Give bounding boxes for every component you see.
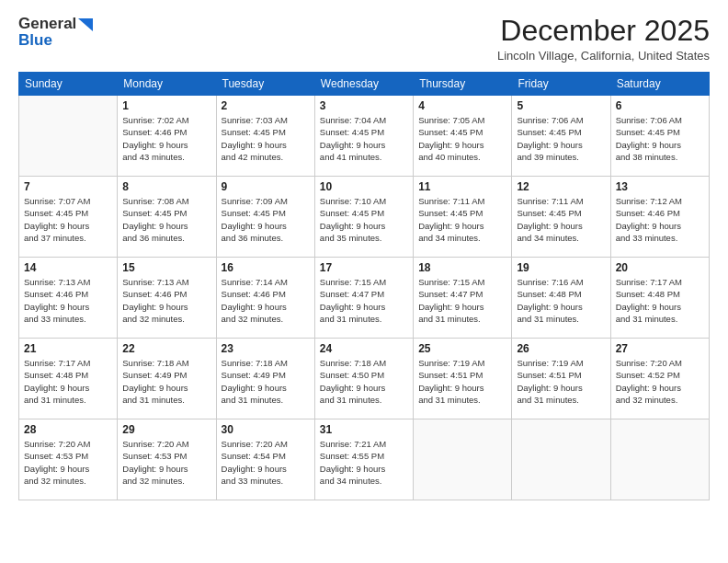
table-row: 27Sunrise: 7:20 AMSunset: 4:52 PMDayligh… — [610, 339, 709, 419]
table-row: 18Sunrise: 7:15 AMSunset: 4:47 PMDayligh… — [414, 258, 512, 339]
table-row: 11Sunrise: 7:11 AMSunset: 4:45 PMDayligh… — [414, 177, 512, 258]
day-info: Sunrise: 7:20 AMSunset: 4:52 PMDaylight:… — [616, 357, 704, 406]
day-number: 26 — [517, 342, 605, 355]
day-info: Sunrise: 7:08 AMSunset: 4:45 PMDaylight:… — [122, 195, 210, 244]
day-info: Sunrise: 7:18 AMSunset: 4:50 PMDaylight:… — [320, 357, 408, 406]
logo-triangle-icon — [78, 18, 93, 31]
table-row: 26Sunrise: 7:19 AMSunset: 4:51 PMDayligh… — [512, 339, 610, 419]
day-info: Sunrise: 7:06 AMSunset: 4:45 PMDaylight:… — [616, 114, 704, 163]
table-row: 20Sunrise: 7:17 AMSunset: 4:48 PMDayligh… — [610, 258, 709, 339]
day-info: Sunrise: 7:04 AMSunset: 4:45 PMDaylight:… — [320, 114, 408, 163]
day-info: Sunrise: 7:18 AMSunset: 4:49 PMDaylight:… — [122, 357, 210, 406]
day-info: Sunrise: 7:18 AMSunset: 4:49 PMDaylight:… — [222, 357, 310, 406]
svg-marker-0 — [78, 18, 93, 31]
day-info: Sunrise: 7:07 AMSunset: 4:45 PMDaylight:… — [24, 195, 112, 244]
table-row: 7Sunrise: 7:07 AMSunset: 4:45 PMDaylight… — [19, 177, 118, 258]
day-info: Sunrise: 7:12 AMSunset: 4:46 PMDaylight:… — [616, 195, 704, 244]
day-number: 19 — [517, 261, 605, 274]
table-row — [512, 419, 610, 500]
day-info: Sunrise: 7:13 AMSunset: 4:46 PMDaylight:… — [24, 276, 112, 325]
table-row: 22Sunrise: 7:18 AMSunset: 4:49 PMDayligh… — [118, 339, 216, 419]
day-number: 30 — [222, 423, 310, 436]
day-info: Sunrise: 7:15 AMSunset: 4:47 PMDaylight:… — [418, 276, 506, 325]
day-number: 8 — [122, 180, 210, 193]
day-info: Sunrise: 7:13 AMSunset: 4:46 PMDaylight:… — [122, 276, 210, 325]
day-info: Sunrise: 7:05 AMSunset: 4:45 PMDaylight:… — [418, 114, 506, 163]
day-number: 14 — [24, 261, 112, 274]
table-row — [610, 419, 709, 500]
col-thursday: Thursday — [414, 73, 512, 96]
table-row — [19, 96, 118, 177]
table-row: 12Sunrise: 7:11 AMSunset: 4:45 PMDayligh… — [512, 177, 610, 258]
day-number: 23 — [222, 342, 310, 355]
col-wednesday: Wednesday — [314, 73, 413, 96]
table-row: 4Sunrise: 7:05 AMSunset: 4:45 PMDaylight… — [414, 96, 512, 177]
day-number: 5 — [517, 99, 605, 112]
day-info: Sunrise: 7:11 AMSunset: 4:45 PMDaylight:… — [418, 195, 506, 244]
day-number: 7 — [24, 180, 112, 193]
day-info: Sunrise: 7:15 AMSunset: 4:47 PMDaylight:… — [320, 276, 408, 325]
day-number: 21 — [24, 342, 112, 355]
location: Lincoln Village, California, United Stat… — [497, 49, 710, 63]
title-section: December 2025 Lincoln Village, Californi… — [497, 15, 710, 63]
day-number: 3 — [320, 99, 408, 112]
calendar-header-row: Sunday Monday Tuesday Wednesday Thursday… — [19, 73, 710, 96]
calendar-week-row: 7Sunrise: 7:07 AMSunset: 4:45 PMDaylight… — [19, 177, 710, 258]
day-number: 22 — [122, 342, 210, 355]
table-row: 16Sunrise: 7:14 AMSunset: 4:46 PMDayligh… — [216, 258, 314, 339]
day-number: 31 — [320, 423, 408, 436]
logo-general-text: General — [18, 15, 76, 33]
table-row: 1Sunrise: 7:02 AMSunset: 4:46 PMDaylight… — [118, 96, 216, 177]
logo-blue-text: Blue — [18, 31, 52, 50]
calendar-table: Sunday Monday Tuesday Wednesday Thursday… — [18, 72, 710, 500]
day-number: 20 — [616, 261, 704, 274]
table-row: 10Sunrise: 7:10 AMSunset: 4:45 PMDayligh… — [314, 177, 413, 258]
table-row: 30Sunrise: 7:20 AMSunset: 4:54 PMDayligh… — [216, 419, 314, 500]
day-number: 27 — [616, 342, 704, 355]
day-info: Sunrise: 7:06 AMSunset: 4:45 PMDaylight:… — [517, 114, 605, 163]
day-info: Sunrise: 7:03 AMSunset: 4:45 PMDaylight:… — [222, 114, 310, 163]
table-row: 23Sunrise: 7:18 AMSunset: 4:49 PMDayligh… — [216, 339, 314, 419]
day-info: Sunrise: 7:20 AMSunset: 4:53 PMDaylight:… — [122, 438, 210, 487]
day-number: 25 — [418, 342, 506, 355]
day-number: 4 — [418, 99, 506, 112]
table-row: 15Sunrise: 7:13 AMSunset: 4:46 PMDayligh… — [118, 258, 216, 339]
table-row: 31Sunrise: 7:21 AMSunset: 4:55 PMDayligh… — [314, 419, 413, 500]
table-row: 25Sunrise: 7:19 AMSunset: 4:51 PMDayligh… — [414, 339, 512, 419]
table-row: 17Sunrise: 7:15 AMSunset: 4:47 PMDayligh… — [314, 258, 413, 339]
table-row: 24Sunrise: 7:18 AMSunset: 4:50 PMDayligh… — [314, 339, 413, 419]
day-number: 18 — [418, 261, 506, 274]
day-number: 15 — [122, 261, 210, 274]
table-row: 8Sunrise: 7:08 AMSunset: 4:45 PMDaylight… — [118, 177, 216, 258]
table-row: 19Sunrise: 7:16 AMSunset: 4:48 PMDayligh… — [512, 258, 610, 339]
col-monday: Monday — [118, 73, 216, 96]
day-info: Sunrise: 7:02 AMSunset: 4:46 PMDaylight:… — [122, 114, 210, 163]
calendar-week-row: 1Sunrise: 7:02 AMSunset: 4:46 PMDaylight… — [19, 96, 710, 177]
day-info: Sunrise: 7:11 AMSunset: 4:45 PMDaylight:… — [517, 195, 605, 244]
day-info: Sunrise: 7:16 AMSunset: 4:48 PMDaylight:… — [517, 276, 605, 325]
table-row: 9Sunrise: 7:09 AMSunset: 4:45 PMDaylight… — [216, 177, 314, 258]
day-number: 11 — [418, 180, 506, 193]
day-info: Sunrise: 7:19 AMSunset: 4:51 PMDaylight:… — [418, 357, 506, 406]
day-number: 17 — [320, 261, 408, 274]
table-row: 28Sunrise: 7:20 AMSunset: 4:53 PMDayligh… — [19, 419, 118, 500]
table-row: 21Sunrise: 7:17 AMSunset: 4:48 PMDayligh… — [19, 339, 118, 419]
col-sunday: Sunday — [19, 73, 118, 96]
day-number: 9 — [222, 180, 310, 193]
day-number: 2 — [222, 99, 310, 112]
day-info: Sunrise: 7:20 AMSunset: 4:53 PMDaylight:… — [24, 438, 112, 487]
day-info: Sunrise: 7:21 AMSunset: 4:55 PMDaylight:… — [320, 438, 408, 487]
day-number: 24 — [320, 342, 408, 355]
header: General Blue December 2025 Lincoln Villa… — [18, 15, 710, 63]
day-number: 29 — [122, 423, 210, 436]
table-row: 3Sunrise: 7:04 AMSunset: 4:45 PMDaylight… — [314, 96, 413, 177]
table-row — [414, 419, 512, 500]
day-number: 12 — [517, 180, 605, 193]
col-tuesday: Tuesday — [216, 73, 314, 96]
logo: General Blue — [18, 15, 93, 50]
page: General Blue December 2025 Lincoln Villa… — [0, 0, 728, 563]
calendar-week-row: 21Sunrise: 7:17 AMSunset: 4:48 PMDayligh… — [19, 339, 710, 419]
table-row: 29Sunrise: 7:20 AMSunset: 4:53 PMDayligh… — [118, 419, 216, 500]
day-info: Sunrise: 7:17 AMSunset: 4:48 PMDaylight:… — [24, 357, 112, 406]
day-info: Sunrise: 7:10 AMSunset: 4:45 PMDaylight:… — [320, 195, 408, 244]
